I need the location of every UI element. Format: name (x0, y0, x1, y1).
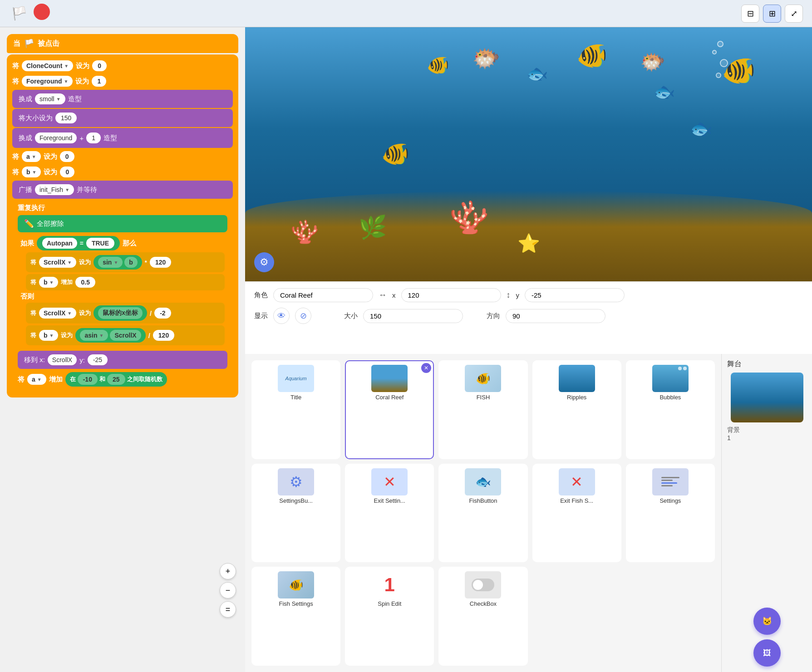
y-label: y (516, 291, 520, 299)
b-dropdown3[interactable]: b ▼ (39, 277, 58, 288)
stop-button[interactable] (34, 4, 50, 20)
row4-prefix: 将大小设为 (19, 114, 53, 123)
if-block[interactable]: 如果 Autopan = TRUE 那么 将 (18, 233, 227, 350)
settings-gear-overlay[interactable]: ⚙ (254, 252, 274, 272)
green-flag-button[interactable]: 🏳️ (9, 4, 29, 24)
scrollx-mouse-row[interactable]: 将 ScrollX ▼ 设为 鼠标的x坐标 / (26, 303, 225, 324)
erase-block[interactable]: ✏️ 全部擦除 (18, 215, 227, 232)
coral-reef-name: Coral Reef (375, 394, 404, 401)
hide-button[interactable]: ⊘ (295, 308, 311, 324)
clonecount-dropdown[interactable]: CloneCount ▼ (22, 60, 73, 71)
bubble-1 (716, 73, 721, 78)
set-clonecount-row[interactable]: 将 CloneCount ▼ 设为 0 (12, 58, 233, 74)
sprite-card-fishbutton[interactable]: 🐟 FishButton (438, 464, 527, 563)
layout-button-2[interactable]: ⊞ (763, 5, 781, 23)
zoom-fit-button[interactable]: = (220, 601, 236, 618)
sprite-card-checkbox[interactable]: CheckBox (438, 567, 527, 666)
hat-block[interactable]: 当 🏳️ 被点击 (7, 34, 238, 53)
scrollx-sin-row[interactable]: 将 ScrollX ▼ 设为 sin ▼ (26, 252, 225, 272)
switch-foreground-costume-row[interactable]: 换成 Foreground + 1 造型 (12, 128, 233, 148)
zoom-out-button[interactable]: − (220, 582, 236, 598)
title-thumb: Aquarium (278, 365, 314, 392)
repeat-block[interactable]: 重复执行 ✏️ 全部擦除 如果 Autopan = (12, 200, 233, 392)
true-value[interactable]: TRUE (86, 238, 114, 249)
div2-value[interactable]: 120 (153, 330, 174, 341)
sprite-card-coral-reef[interactable]: ✕ Coral Reef (345, 360, 434, 459)
show-eye-button[interactable]: 👁 (273, 308, 290, 324)
b-dropdown[interactable]: b ▼ (22, 167, 41, 177)
scrollx4-dropdown[interactable]: ScrollX (48, 354, 77, 365)
event-dropdown[interactable]: init_Fish ▼ (35, 184, 74, 195)
code-panel: 当 🏳️ 被点击 将 CloneCount ▼ 设为 0 将 Foregroun… (0, 27, 245, 672)
random-row[interactable]: 将 a ▼ 增加 在 -10 和 25 之间取随机数 (18, 370, 227, 389)
sprite-card-ripples[interactable]: Ripples (532, 360, 621, 459)
a-value[interactable]: 0 (60, 151, 74, 162)
sin-func[interactable]: sin ▼ b (94, 255, 142, 270)
size-input[interactable] (363, 309, 463, 323)
foreground-value[interactable]: 1 (92, 76, 106, 87)
scrollx3-dropdown[interactable]: ScrollX (110, 330, 141, 341)
condition-pill[interactable]: Autopan = TRUE (37, 236, 120, 250)
sprite-card-fish-settings[interactable]: 🐠 Fish Settings (251, 567, 340, 666)
costume-dropdown[interactable]: smoll ▼ (35, 93, 65, 104)
asin-dropdown[interactable]: asin ▼ (80, 330, 108, 341)
sprite-card-spin-edit[interactable]: 1 Spin Edit (345, 567, 434, 666)
y-value[interactable]: -25 (88, 354, 108, 365)
move-row[interactable]: 移到 x: ScrollX y: -25 (18, 351, 227, 369)
mouse-x-dropdown[interactable]: 鼠标的x坐标 (98, 307, 143, 319)
b-asin-row[interactable]: 将 b ▼ 设为 asin ▼ (26, 325, 225, 345)
scrollx2-dropdown[interactable]: ScrollX ▼ (39, 308, 76, 319)
autopan-dropdown[interactable]: Autopan (42, 238, 77, 249)
x-input[interactable] (401, 288, 501, 302)
foreground2-dropdown[interactable]: Foreground (35, 132, 77, 143)
set-a-row[interactable]: 将 a ▼ 设为 0 (12, 149, 233, 164)
foreground2-value[interactable]: 1 (86, 132, 101, 143)
settings-bu-name: SettingsBu... (279, 497, 313, 504)
set-size-row[interactable]: 将大小设为 150 (12, 109, 233, 127)
fishbutton-name: FishButton (469, 497, 497, 504)
n1-value[interactable]: -10 (78, 374, 98, 385)
a2-dropdown[interactable]: a ▼ (27, 374, 46, 385)
b-dropdown2[interactable]: b (124, 257, 138, 268)
sprite-card-bubbles[interactable]: Bubbles (626, 360, 715, 459)
b-increase-row[interactable]: 将 b ▼ 增加 0.5 (26, 274, 225, 290)
sin-dropdown[interactable]: sin ▼ (98, 257, 123, 268)
b-value[interactable]: 0 (60, 167, 74, 177)
zoom-in-button[interactable]: + (220, 563, 236, 579)
bg-label: 背景 (727, 426, 740, 434)
size-value[interactable]: 150 (55, 113, 77, 123)
sprite-name-input[interactable] (273, 288, 373, 302)
sprite-card-title[interactable]: Aquarium Title (251, 360, 340, 459)
fish-deco-5: 🐡 (640, 50, 665, 74)
n2-value[interactable]: 25 (107, 374, 125, 385)
sprite-card-settings-bu[interactable]: ⚙ SettingsBu... (251, 464, 340, 563)
div-value[interactable]: -2 (154, 308, 171, 319)
sprite-card-fish[interactable]: 🐠 FISH (438, 360, 527, 459)
broadcast-row[interactable]: 广播 init_Fish ▼ 并等待 (12, 181, 233, 199)
sprite-card-settings[interactable]: Settings (626, 464, 715, 563)
switch-costume-row[interactable]: 换成 smoll ▼ 造型 (12, 90, 233, 108)
main-area: 当 🏳️ 被点击 将 CloneCount ▼ 设为 0 将 Foregroun… (0, 27, 812, 672)
clonecount-value[interactable]: 0 (92, 60, 107, 71)
b-inc-value[interactable]: 0.5 (75, 277, 95, 288)
add-background-button[interactable]: 🖼 (753, 639, 781, 667)
sprite-card-exit-fish-s[interactable]: ✕ Exit Fish S... (532, 464, 621, 563)
fullscreen-button[interactable]: ⤢ (785, 5, 803, 23)
y-input[interactable] (525, 288, 625, 302)
direction-input[interactable] (506, 309, 605, 323)
random-expr[interactable]: 在 -10 和 25 之间取随机数 (65, 372, 167, 387)
set-b-row[interactable]: 将 b ▼ 设为 0 (12, 164, 233, 180)
asin-func[interactable]: asin ▼ ScrollX (75, 328, 145, 343)
foreground-dropdown[interactable]: Foreground ▼ (22, 76, 73, 87)
b2-dropdown[interactable]: b ▼ (39, 330, 58, 341)
sprite-card-exit-settin[interactable]: ✕ Exit Settin... (345, 464, 434, 563)
set-foreground-row[interactable]: 将 Foreground ▼ 设为 1 (12, 74, 233, 89)
stage-thumbnail[interactable] (731, 373, 803, 422)
a-dropdown[interactable]: a ▼ (22, 151, 41, 162)
coral-reef-delete-btn[interactable]: ✕ (421, 363, 431, 373)
size-label: 大小 (344, 312, 358, 320)
mul-value[interactable]: 120 (150, 257, 171, 268)
scrollx-dropdown[interactable]: ScrollX ▼ (39, 257, 76, 268)
add-sprite-button[interactable]: 🐱 (753, 608, 781, 635)
layout-button-1[interactable]: ⊟ (741, 5, 759, 23)
